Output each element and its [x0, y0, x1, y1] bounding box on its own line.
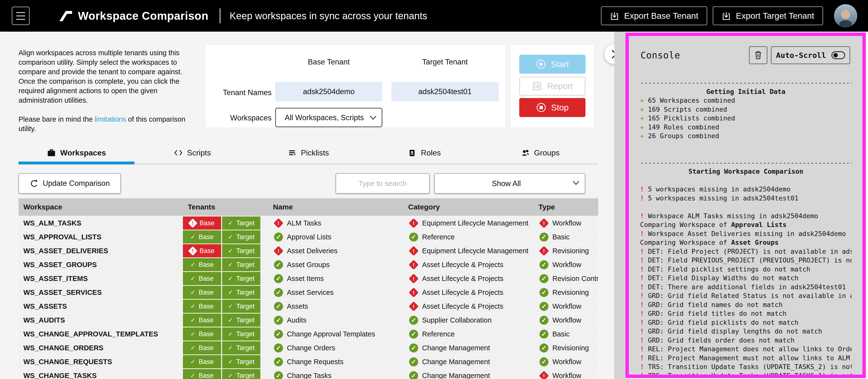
console-line: + 26 Groups combined — [640, 132, 852, 141]
tab-groups[interactable]: Groups — [482, 143, 598, 163]
console-line: ! DET: Field PREVIOUS_PROJECT (PREVIOUS_… — [640, 256, 852, 265]
name-cell: ✓Audits — [268, 314, 403, 327]
limitations-link[interactable]: limitations — [95, 115, 126, 123]
console-title: Console — [641, 50, 680, 61]
workspace-id-cell: WS_CHANGE_TASKS — [19, 369, 183, 379]
base-tenant-badge: ✓Base — [183, 230, 221, 243]
download-icon — [722, 11, 731, 21]
tenants-cell: ✓Base✓Target — [183, 300, 268, 313]
console-line: ! GRD: Grid field picklists do not match — [640, 318, 852, 327]
status-ok-icon: ✓ — [274, 274, 283, 283]
category-cell: ✓Change Management — [403, 369, 534, 379]
tenant-names-label: Tenant Names — [211, 88, 272, 97]
table-row[interactable]: WS_CHANGE_TASKS✓Base✓Target✓Change Tasks… — [19, 369, 598, 379]
status-ok-icon: ✓ — [539, 316, 549, 325]
status-ok-icon: ✓ — [539, 260, 549, 269]
status-ok-icon: ✓ — [539, 288, 549, 297]
category-cell: ✓Change Management — [403, 341, 534, 354]
entity-tabs: Workspaces Scripts Picklists Roles Group… — [19, 143, 598, 163]
base-tenant-badge: !Base — [183, 244, 221, 257]
trash-icon — [754, 50, 762, 60]
name-cell: ✓Approval Lists — [268, 230, 403, 243]
name-cell: ✓Change Tasks — [268, 369, 403, 379]
table-row[interactable]: WS_ASSET_SERVICES✓Base✓Target✓Asset Serv… — [19, 286, 598, 299]
export-base-tenant-button[interactable]: Export Base Tenant — [601, 6, 707, 25]
clear-console-button[interactable] — [749, 46, 767, 64]
table-toolbar: Update Comparison Show All — [0, 173, 598, 194]
tenant-form-card: Base Tenant Target Tenant Tenant Names W… — [206, 45, 505, 127]
target-tenant-badge: ✓Target — [222, 230, 260, 243]
name-cell: ✓Change Orders — [268, 341, 403, 354]
console-line: ! DET: Field Project (PROJECT) is not av… — [640, 247, 852, 256]
target-tenant-badge: ✓Target — [222, 258, 260, 271]
console-line: ----------------------------------------… — [640, 158, 852, 167]
type-cell: ✓Revision Control — [534, 272, 598, 285]
base-tenant-badge: ✓Base — [183, 355, 221, 368]
update-comparison-button[interactable]: Update Comparison — [19, 173, 121, 194]
app-subtitle: Keep workspaces in sync across your tena… — [230, 10, 427, 22]
tenants-cell: ✓Base✓Target — [183, 355, 268, 368]
table-row[interactable]: WS_ASSET_DELIVERIES!Base✓Target!Asset De… — [19, 244, 598, 257]
target-tenant-input[interactable] — [392, 82, 499, 101]
target-tenant-badge: ✓Target — [222, 300, 260, 313]
type-cell: ✓Workflow — [534, 355, 598, 368]
target-tenant-badge: ✓Target — [222, 314, 260, 327]
run-actions-card: Start Report Stop — [511, 45, 594, 127]
status-error-icon: ! — [409, 218, 418, 228]
console-line: ! 5 workspaces missing in adsk2504test01 — [640, 194, 852, 203]
base-tenant-badge: ✓Base — [183, 286, 221, 299]
tab-workspaces[interactable]: Workspaces — [19, 143, 134, 163]
hamburger-menu-button[interactable] — [12, 7, 30, 25]
table-header-row: Workspace Tenants Name Category Type — [19, 198, 598, 216]
auto-scroll-toggle-button[interactable]: Auto-Scroll — [771, 46, 850, 64]
tenants-cell: ✓Base✓Target — [183, 314, 268, 327]
target-tenant-badge: ✓Target — [222, 328, 260, 341]
table-row[interactable]: WS_CHANGE_APPROVAL_TEMPLATES✓Base✓Target… — [19, 328, 598, 341]
name-cell: ✓Change Requests — [268, 355, 403, 368]
tab-picklists[interactable]: Picklists — [250, 143, 366, 163]
console-line — [640, 149, 852, 158]
user-avatar[interactable] — [834, 4, 857, 28]
workspace-id-cell: WS_ASSET_ITEMS — [19, 272, 183, 285]
target-tenant-column-header: Target Tenant — [392, 58, 499, 66]
table-row[interactable]: WS_APPROVAL_LISTS✓Base✓Target✓Approval L… — [19, 230, 598, 243]
base-tenant-badge: ✓Base — [183, 272, 221, 285]
category-cell: !Equipment Lifecycle Management — [403, 216, 534, 230]
workspace-id-cell: WS_CHANGE_ORDERS — [19, 341, 183, 354]
workspace-id-cell: WS_ASSET_SERVICES — [19, 286, 183, 299]
category-cell: ✓Change Management — [403, 355, 534, 368]
console-log[interactable]: ----------------------------------------… — [629, 78, 862, 378]
table-row[interactable]: WS_ALM_TASKS!Base✓Target!ALM Tasks!Equip… — [19, 216, 598, 230]
search-input[interactable] — [336, 173, 430, 194]
table-row[interactable]: WS_CHANGE_REQUESTS✓Base✓Target✓Change Re… — [19, 355, 598, 368]
filter-select[interactable]: Show All — [434, 173, 585, 194]
console-line: + 65 Workspaces combined — [640, 96, 852, 105]
table-row[interactable]: WS_ASSETS✓Base✓Target✓Assets!Asset Lifec… — [19, 300, 598, 313]
base-tenant-input[interactable] — [275, 82, 382, 101]
tenants-cell: !Base✓Target — [183, 216, 268, 230]
base-tenant-column-header: Base Tenant — [275, 58, 382, 66]
table-row[interactable]: WS_AUDITS✓Base✓Target✓Audits✓Supplier Co… — [19, 314, 598, 327]
base-tenant-badge: ✓Base — [183, 314, 221, 327]
status-ok-icon: ✓ — [409, 371, 418, 379]
category-cell: ✓Reference — [403, 328, 534, 341]
tenants-cell: ✓Base✓Target — [183, 258, 268, 271]
stop-button[interactable]: Stop — [519, 98, 586, 117]
start-button[interactable]: Start — [519, 55, 586, 74]
table-row[interactable]: WS_ASSET_ITEMS✓Base✓Target✓Asset Items!A… — [19, 272, 598, 285]
name-cell: ✓Change Approval Templates — [268, 328, 403, 341]
status-ok-icon: ✓ — [274, 288, 283, 297]
tab-roles[interactable]: Roles — [366, 143, 482, 163]
tab-scripts[interactable]: Scripts — [134, 143, 250, 163]
status-error-icon: ! — [539, 218, 549, 228]
console-panel: Console Auto-Scroll --------------------… — [625, 33, 866, 378]
table-row[interactable]: WS_CHANGE_ORDERS✓Base✓Target✓Change Orde… — [19, 341, 598, 354]
tenants-cell: ✓Base✓Target — [183, 328, 268, 341]
workspaces-select[interactable]: All Workspaces, Scripts etc. — [275, 108, 382, 127]
status-ok-icon: ✓ — [539, 302, 549, 311]
table-row[interactable]: WS_ASSET_GROUPS✓Base✓Target✓Asset Groups… — [19, 258, 598, 271]
export-target-tenant-button[interactable]: Export Target Tenant — [713, 6, 823, 25]
console-line: ! DET: Field Display Widths do not match — [640, 274, 852, 283]
status-ok-icon: ✓ — [539, 274, 549, 283]
report-button[interactable]: Report — [519, 77, 586, 96]
